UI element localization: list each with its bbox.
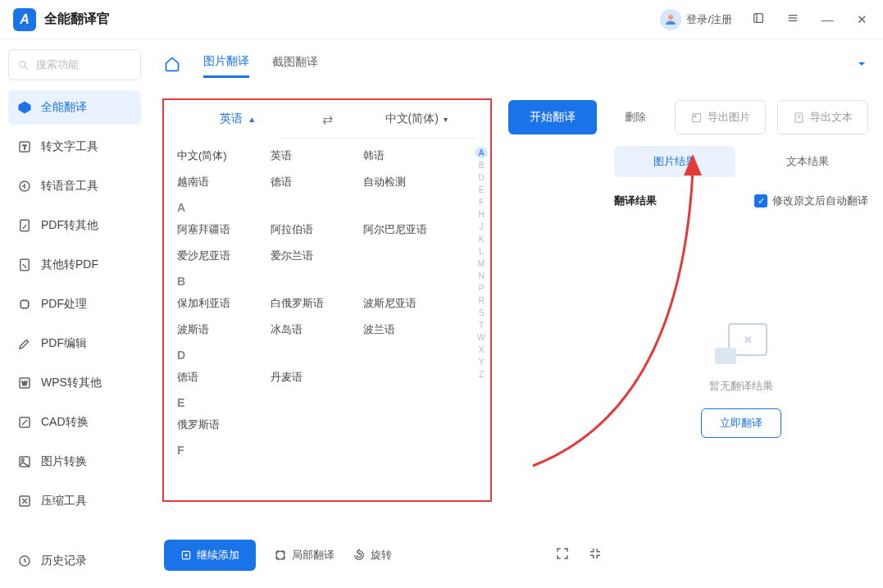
letter-header: D: [177, 349, 459, 362]
app-title: 全能翻译官: [44, 11, 110, 28]
caret-down-icon: ▾: [444, 115, 448, 124]
language-option[interactable]: 丹麦语: [271, 370, 364, 385]
export-image-button[interactable]: 导出图片: [675, 100, 766, 134]
delete-button[interactable]: 删除: [625, 110, 646, 125]
close-button[interactable]: ✕: [853, 12, 870, 27]
result-tab-text[interactable]: 文本结果: [747, 146, 868, 177]
sidebar-item-imageconv[interactable]: 图片转换: [8, 444, 141, 479]
sidebar-item-compress[interactable]: 压缩工具: [8, 484, 141, 518]
alpha-index-letter[interactable]: J: [475, 221, 488, 232]
language-option[interactable]: 德语: [271, 175, 364, 189]
export-image-label: 导出图片: [708, 110, 750, 125]
alpha-index-letter[interactable]: F: [475, 196, 488, 207]
minimize-button[interactable]: —: [819, 12, 835, 26]
result-tab-image[interactable]: 图片结果: [614, 146, 735, 177]
alpha-index-letter[interactable]: M: [475, 258, 488, 269]
language-option[interactable]: 冰岛语: [271, 322, 364, 337]
titlebar: A 全能翻译官 登录/注册 — ✕: [0, 0, 883, 39]
letter-header: E: [177, 396, 459, 409]
svg-text:W: W: [22, 381, 28, 386]
sidebar-item-label: 历史记录: [41, 554, 87, 568]
swap-languages-button[interactable]: ⇄: [312, 112, 343, 127]
sidebar-item-totext[interactable]: T 转文字工具: [8, 130, 141, 164]
alpha-index-letter[interactable]: Z: [475, 368, 488, 380]
rotate-button[interactable]: 旋转: [353, 548, 392, 563]
language-option[interactable]: 阿尔巴尼亚语: [363, 222, 457, 237]
expand-icon[interactable]: [750, 11, 767, 27]
alpha-index-letter[interactable]: X: [475, 344, 488, 355]
sidebar-item-history[interactable]: 历史记录: [8, 544, 141, 578]
sidebar-item-wps[interactable]: W WPS转其他: [8, 366, 141, 400]
alpha-index-letter[interactable]: E: [475, 184, 488, 195]
alpha-index-letter[interactable]: K: [475, 233, 488, 244]
sidebar-item-label: 转文字工具: [41, 139, 98, 154]
alpha-index-letter[interactable]: A: [475, 147, 488, 158]
alpha-index-letter[interactable]: H: [475, 208, 488, 220]
history-icon: [16, 553, 33, 569]
language-option[interactable]: 自动检测: [363, 175, 457, 189]
auto-translate-checkbox[interactable]: ✓ 修改原文后自动翻译: [754, 194, 868, 208]
sidebar-item-label: WPS转其他: [41, 376, 102, 390]
sidebar-item-toaudio[interactable]: 转语音工具: [8, 169, 141, 203]
alpha-index-letter[interactable]: R: [475, 294, 488, 306]
menu-icon[interactable]: [785, 11, 801, 27]
alpha-index-letter[interactable]: T: [475, 319, 488, 330]
login-text: 登录/注册: [686, 12, 732, 27]
exit-fullscreen-icon[interactable]: [588, 546, 603, 564]
language-option[interactable]: 波兰语: [363, 322, 457, 337]
language-option[interactable]: 保加利亚语: [177, 296, 271, 311]
language-option[interactable]: 德语: [177, 370, 271, 385]
alpha-index[interactable]: ABDEFHJKLMNPRSTWXYZ: [472, 139, 490, 499]
alpha-index-letter[interactable]: B: [475, 159, 488, 171]
rotate-icon: [353, 549, 366, 562]
language-list[interactable]: 中文(简体)英语韩语越南语德语自动检测A阿塞拜疆语阿拉伯语阿尔巴尼亚语爱沙尼亚语…: [164, 139, 472, 499]
sidebar-item-translate[interactable]: 全能翻译: [8, 90, 141, 125]
alpha-index-letter[interactable]: N: [475, 270, 488, 281]
language-option[interactable]: 阿拉伯语: [271, 222, 364, 237]
continue-add-button[interactable]: 继续添加: [164, 540, 256, 571]
language-option[interactable]: 韩语: [363, 148, 457, 163]
sidebar-item-label: PDF编辑: [41, 336, 87, 351]
tab-bar: 图片翻译 截图翻译: [164, 51, 868, 80]
target-language-select[interactable]: 中文(简体) ▾: [343, 112, 491, 126]
result-panel: 图片结果 文本结果 翻译结果 ✓ 修改原文后自动翻译 ✕ 暂无翻译结果 立即翻译: [614, 146, 868, 438]
start-translate-button[interactable]: 开始翻译: [508, 100, 597, 134]
language-option[interactable]: 英语: [271, 148, 364, 163]
sidebar-item-pdfprocess[interactable]: PDF处理: [8, 287, 141, 321]
alpha-index-letter[interactable]: P: [475, 282, 488, 294]
sidebar-item-cad[interactable]: CAD转换: [8, 405, 141, 440]
language-option[interactable]: 波斯尼亚语: [363, 296, 457, 311]
sidebar-item-other2pdf[interactable]: 其他转PDF: [8, 248, 141, 282]
alpha-index-letter[interactable]: D: [475, 171, 488, 183]
language-option[interactable]: 中文(简体): [177, 148, 271, 163]
sidebar-item-pdf2other[interactable]: PDF转其他: [8, 208, 141, 243]
svg-rect-28: [276, 551, 284, 558]
language-option[interactable]: 越南语: [177, 175, 271, 189]
login-link[interactable]: 登录/注册: [660, 9, 732, 30]
home-icon[interactable]: [164, 56, 180, 75]
sidebar-item-label: 转语音工具: [41, 179, 98, 194]
empty-image-icon: ✕: [715, 323, 767, 364]
partial-translate-button[interactable]: 局部翻译: [274, 548, 335, 563]
alpha-index-letter[interactable]: L: [475, 245, 488, 257]
export-text-button[interactable]: 导出文本: [777, 100, 868, 134]
sidebar-item-pdfedit[interactable]: PDF编辑: [8, 326, 141, 361]
translate-now-button[interactable]: 立即翻译: [701, 408, 781, 438]
alpha-index-letter[interactable]: Y: [475, 356, 488, 367]
alpha-index-letter[interactable]: W: [475, 331, 488, 343]
tab-screenshot-translate[interactable]: 截图翻译: [272, 55, 318, 76]
language-option[interactable]: 爱尔兰语: [271, 248, 364, 263]
search-input[interactable]: 搜索功能: [8, 49, 141, 80]
language-option[interactable]: 白俄罗斯语: [271, 296, 364, 311]
alpha-index-letter[interactable]: S: [475, 307, 488, 318]
fullscreen-icon[interactable]: [555, 546, 570, 564]
language-option[interactable]: 爱沙尼亚语: [177, 248, 271, 263]
sidebar-item-label: PDF处理: [41, 297, 87, 312]
language-option[interactable]: 波斯语: [177, 322, 271, 337]
language-option[interactable]: 俄罗斯语: [177, 417, 271, 432]
source-language-select[interactable]: 英语 ▲: [164, 112, 312, 126]
tab-dropdown-icon[interactable]: [855, 57, 868, 74]
source-language-label: 英语: [220, 112, 243, 126]
tab-image-translate[interactable]: 图片翻译: [203, 54, 249, 78]
language-option[interactable]: 阿塞拜疆语: [177, 222, 271, 237]
